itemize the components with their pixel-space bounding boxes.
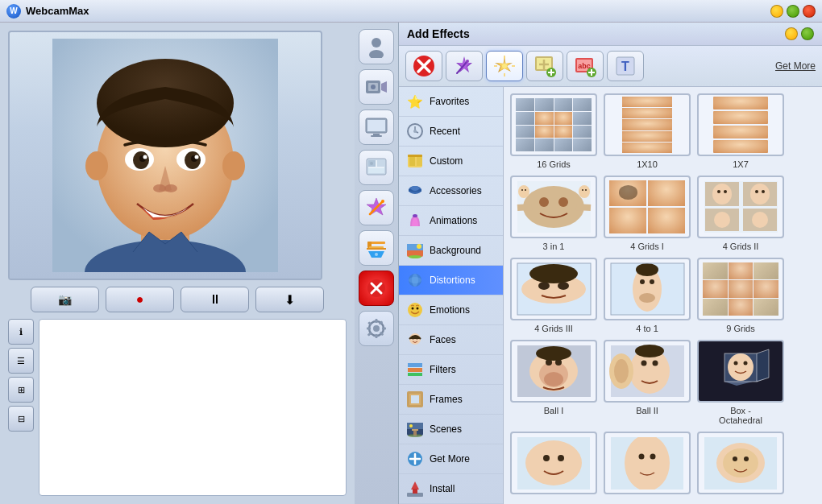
- effect-4to1[interactable]: 4 to 1: [604, 258, 691, 333]
- close-button[interactable]: [803, 5, 816, 18]
- svg-point-32: [370, 162, 373, 165]
- animations-icon: [405, 211, 425, 230]
- person-tool-button[interactable]: [359, 29, 394, 64]
- effects-body: ⭐ Favorites Recent Custom: [399, 87, 822, 504]
- category-animations[interactable]: Animations: [399, 206, 503, 236]
- svg-point-22: [371, 85, 376, 89]
- info-panel: ℹ ☰ ⊞ ⊟: [8, 319, 347, 496]
- effect-extra1-img[interactable]: [510, 432, 597, 494]
- record-button[interactable]: ●: [106, 287, 174, 312]
- effects-maximize[interactable]: [801, 27, 814, 40]
- effect-1x7-img[interactable]: [697, 93, 784, 156]
- category-filters[interactable]: Filters: [399, 355, 503, 385]
- download-icon: ⬇: [284, 292, 295, 308]
- right-toolbar: [355, 23, 399, 504]
- close-tool-button[interactable]: [359, 271, 394, 306]
- svg-point-143: [762, 190, 765, 193]
- add1-effect-button[interactable]: [526, 51, 563, 81]
- add2-effect-button[interactable]: abc: [567, 51, 604, 81]
- image-tool-button[interactable]: [359, 150, 394, 185]
- 4grids3-svg: [516, 262, 592, 316]
- list-button[interactable]: ☰: [8, 348, 34, 374]
- magic-effect-button[interactable]: [446, 51, 483, 81]
- info-button[interactable]: ℹ: [8, 319, 34, 345]
- effect-9grids[interactable]: 9 Grids: [697, 258, 784, 333]
- collapse-button[interactable]: ⊟: [8, 406, 34, 432]
- effect-extra2[interactable]: [604, 432, 691, 498]
- effect-16grids[interactable]: 16 Grids: [510, 93, 597, 169]
- magic-tool-button[interactable]: [359, 190, 394, 225]
- effect-3in1[interactable]: 3 in 1: [510, 176, 597, 251]
- download-button[interactable]: ⬇: [255, 287, 324, 312]
- minimize-button[interactable]: [770, 5, 783, 18]
- screen-tool-button[interactable]: [359, 109, 394, 145]
- category-distortions[interactable]: Distortions: [399, 266, 503, 295]
- svg-point-194: [723, 448, 758, 477]
- video-tool-button[interactable]: [359, 69, 394, 105]
- effect-4to1-img[interactable]: [604, 258, 691, 320]
- frames-icon: [405, 390, 425, 409]
- text-effect-button[interactable]: T: [607, 51, 644, 81]
- svg-point-145: [752, 212, 768, 228]
- settings-button[interactable]: [359, 311, 394, 346]
- effect-ball2-label: Ball II: [636, 406, 658, 415]
- scenes-label: Scenes: [430, 423, 462, 435]
- app-icon: W: [6, 4, 21, 19]
- category-scenes[interactable]: Scenes: [399, 415, 503, 444]
- svg-point-124: [558, 197, 568, 207]
- 4grids2-svg: [703, 180, 779, 234]
- effect-extra1[interactable]: [510, 432, 597, 498]
- effect-ball1-img[interactable]: [510, 340, 597, 403]
- effects-window-controls: [785, 27, 814, 40]
- pause-button[interactable]: ⏸: [181, 287, 249, 312]
- effect-4grids3[interactable]: 4 Grids III: [510, 258, 597, 333]
- category-faces[interactable]: Faces: [399, 325, 503, 355]
- effect-4grids1-img[interactable]: [604, 176, 691, 238]
- effects-minimize[interactable]: [785, 27, 798, 40]
- effects-active-button[interactable]: [486, 51, 523, 81]
- get-more-link[interactable]: Get More: [775, 60, 816, 72]
- effect-9grids-img[interactable]: [697, 258, 784, 320]
- category-frames[interactable]: Frames: [399, 385, 503, 415]
- effect-4grids2-img[interactable]: [697, 176, 784, 238]
- background-label: Background: [430, 245, 481, 256]
- svg-point-170: [641, 361, 646, 366]
- effect-extra3-img[interactable]: [697, 432, 784, 494]
- grid-view-button[interactable]: ⊞: [8, 377, 34, 403]
- svg-point-123: [539, 197, 549, 207]
- extra2-svg: [611, 437, 683, 490]
- category-getmore[interactable]: Get More: [399, 444, 503, 474]
- category-custom[interactable]: Custom: [399, 147, 503, 176]
- effect-16grids-img[interactable]: [510, 93, 597, 156]
- effect-4grids2[interactable]: 4 Grids II: [697, 176, 784, 251]
- remove-effect-button[interactable]: [405, 51, 442, 81]
- effect-box-img[interactable]: [697, 340, 784, 403]
- effect-4grids3-img[interactable]: [510, 258, 597, 320]
- effect-1x7[interactable]: 1X7: [697, 93, 784, 169]
- custom-icon: [405, 151, 425, 171]
- effect-1x10[interactable]: 1X10: [604, 93, 691, 169]
- effect-ball2[interactable]: Ball II: [604, 340, 691, 425]
- category-recent[interactable]: Recent: [399, 117, 503, 147]
- category-accessories[interactable]: Accessories: [399, 176, 503, 206]
- effect-ball1[interactable]: Ball I: [510, 340, 597, 425]
- category-install[interactable]: Install: [399, 474, 503, 504]
- svg-point-185: [525, 440, 582, 485]
- effect-extra2-img[interactable]: [604, 432, 691, 494]
- effect-16grids-label: 16 Grids: [537, 159, 571, 169]
- effect-3in1-img[interactable]: [510, 176, 597, 238]
- svg-rect-86: [408, 155, 422, 157]
- tools-button[interactable]: [359, 230, 394, 266]
- category-emotions[interactable]: Emotions: [399, 295, 503, 325]
- category-background[interactable]: Background: [399, 236, 503, 266]
- effect-4grids1[interactable]: 4 Grids I: [604, 176, 691, 251]
- effect-box[interactable]: Box - Octahedral: [697, 340, 784, 425]
- snapshot-button[interactable]: 📷: [31, 287, 99, 312]
- svg-point-179: [744, 361, 748, 365]
- effect-extra3[interactable]: [697, 432, 784, 498]
- screen-tool-icon: [365, 118, 388, 137]
- maximize-button[interactable]: [787, 5, 799, 18]
- effect-1x10-img[interactable]: [604, 93, 691, 156]
- category-favorites[interactable]: ⭐ Favorites: [399, 87, 503, 117]
- effect-ball2-img[interactable]: [604, 340, 691, 403]
